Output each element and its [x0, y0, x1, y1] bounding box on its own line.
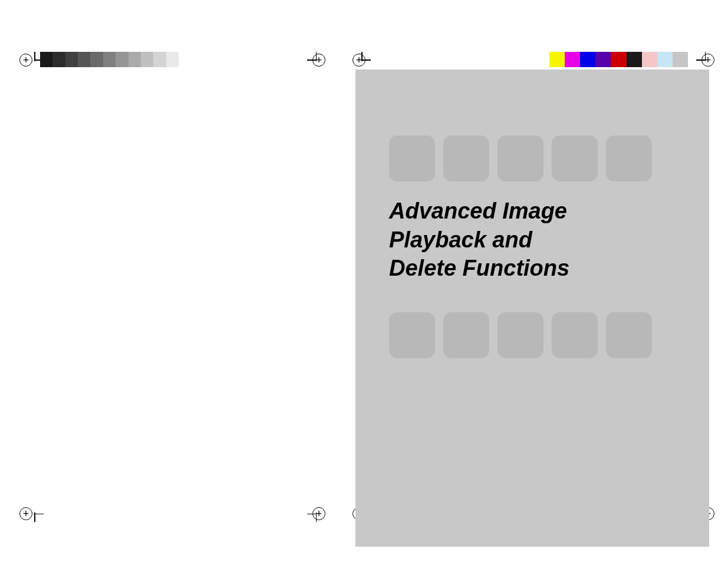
sq-top-3: [498, 135, 543, 181]
sq-bot-3: [498, 312, 543, 358]
tick-v-tl: [34, 52, 35, 61]
color-swatch: [642, 52, 657, 67]
bottom-squares-row: [389, 312, 652, 358]
grayscale-swatch: [103, 52, 116, 67]
gray-panel: Advanced Image Playback and Delete Funct…: [355, 70, 709, 547]
title-line1: Advanced Image: [389, 197, 607, 226]
tick-h-tl-rp: [361, 59, 371, 61]
grayscale-swatch: [116, 52, 128, 67]
top-squares-row: [389, 135, 652, 181]
sq-bot-4: [552, 312, 598, 358]
color-bar: [549, 52, 688, 67]
sq-top-5: [606, 135, 652, 181]
tick-v-tl-rp: [361, 52, 363, 61]
sq-bot-2: [443, 312, 489, 358]
grayscale-swatch: [90, 52, 103, 67]
tick-v-tr-lp: [316, 52, 317, 61]
sq-top-1: [389, 135, 435, 181]
sq-top-2: [443, 135, 489, 181]
sq-bot-1: [389, 312, 435, 358]
color-swatch: [549, 52, 565, 67]
color-swatch: [627, 52, 642, 67]
grayscale-bar: [40, 52, 179, 67]
color-swatch: [673, 52, 688, 67]
grayscale-swatch: [166, 52, 179, 67]
main-title-block: Advanced Image Playback and Delete Funct…: [389, 197, 607, 283]
grayscale-swatch: [65, 52, 78, 67]
grayscale-swatch: [52, 52, 65, 67]
grayscale-swatch: [78, 52, 90, 67]
tick-v-br-lp: [316, 513, 317, 522]
right-page: Advanced Image Playback and Delete Funct…: [339, 0, 728, 562]
grayscale-swatch: [153, 52, 166, 67]
sq-top-4: [552, 135, 598, 181]
reg-mark-bottom-left: [18, 505, 34, 522]
color-swatch: [565, 52, 580, 67]
grayscale-swatch: [141, 52, 153, 67]
title-line2: Playback and: [389, 226, 607, 254]
tick-h-bl: [34, 514, 44, 515]
tick-v-tr-rp: [705, 52, 706, 61]
title-line3: Delete Functions: [389, 254, 607, 283]
color-swatch: [580, 52, 595, 67]
color-swatch: [657, 52, 673, 67]
sq-bot-5: [606, 312, 652, 358]
left-page: [0, 0, 339, 562]
reg-mark-top-left: [18, 52, 34, 68]
grayscale-swatch: [129, 52, 141, 67]
grayscale-swatch: [40, 52, 52, 67]
color-swatch: [611, 52, 626, 67]
tick-v-bl: [34, 513, 35, 522]
color-swatch: [595, 52, 611, 67]
